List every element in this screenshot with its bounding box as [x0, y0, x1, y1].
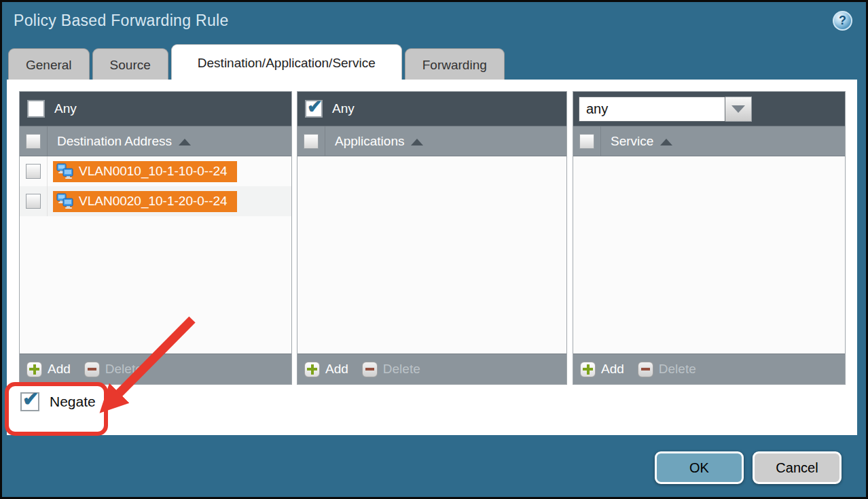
cancel-button[interactable]: Cancel [753, 451, 842, 484]
applications-any-bar: Any [297, 92, 566, 126]
service-dropdown: any [579, 97, 752, 122]
list-item[interactable]: VLAN0020_10-1-20-0--24 [20, 186, 291, 216]
service-section: any Service Add [573, 91, 846, 385]
address-object-name: VLAN0020_10-1-20-0--24 [79, 194, 228, 209]
destination-select-all-checkbox[interactable] [26, 134, 41, 149]
sort-ascending-icon [179, 139, 191, 145]
tab-content-panel: Any Destination Address [7, 80, 857, 435]
destination-any-bar: Any [20, 92, 291, 126]
tab-destination-application-service[interactable]: Destination/Application/Service [171, 44, 402, 82]
address-object-chip[interactable]: VLAN0020_10-1-20-0--24 [53, 191, 237, 212]
row-checkbox-cell [20, 156, 48, 186]
minus-icon [84, 362, 100, 377]
destination-address-section: Any Destination Address [19, 91, 292, 385]
sort-ascending-icon [411, 139, 423, 145]
row-checkbox[interactable] [26, 164, 41, 179]
service-dropdown-bar: any [573, 92, 845, 126]
network-address-icon [56, 193, 74, 209]
tab-source[interactable]: Source [92, 48, 168, 82]
delete-label: Delete [105, 362, 143, 377]
add-service-button[interactable]: Add [580, 362, 624, 377]
applications-any-label: Any [332, 101, 355, 116]
negate-checkbox[interactable] [20, 392, 39, 411]
applications-toolbar: Add Delete [297, 354, 566, 384]
service-column-header[interactable]: Service [573, 126, 845, 156]
help-icon[interactable]: ? [833, 11, 852, 31]
minus-icon [362, 362, 378, 377]
add-label: Add [48, 362, 71, 377]
applications-list [297, 156, 566, 354]
negate-label: Negate [50, 394, 96, 410]
row-checkbox-cell [20, 186, 48, 216]
delete-label: Delete [383, 362, 420, 377]
delete-application-button[interactable]: Delete [362, 362, 420, 377]
applications-select-all-checkbox[interactable] [304, 134, 319, 149]
applications-any-checkbox[interactable] [305, 100, 323, 118]
service-dropdown-value[interactable]: any [579, 97, 725, 122]
service-select-all-checkbox[interactable] [579, 134, 594, 149]
add-destination-button[interactable]: Add [26, 362, 71, 377]
plus-icon [304, 362, 320, 377]
sort-ascending-icon [660, 139, 672, 145]
destination-any-checkbox[interactable] [27, 100, 45, 118]
delete-label: Delete [659, 362, 696, 377]
plus-icon [580, 362, 596, 377]
row-checkbox[interactable] [26, 194, 41, 209]
minus-icon [638, 362, 653, 377]
applications-header-label: Applications [335, 134, 404, 149]
plus-icon [26, 362, 42, 377]
address-object-chip[interactable]: VLAN0010_10-1-10-0--24 [53, 161, 237, 182]
applications-section: Any Applications Add Delete [297, 91, 567, 385]
delete-destination-button[interactable]: Delete [84, 362, 143, 377]
chevron-down-icon [731, 105, 745, 113]
select-all-cell [20, 126, 48, 156]
destination-address-column-header[interactable]: Destination Address [20, 126, 291, 156]
negate-row: Negate [20, 392, 96, 411]
select-all-cell [297, 126, 325, 156]
dialog-title: Policy Based Forwarding Rule [14, 12, 229, 30]
dropdown-arrow-button[interactable] [725, 97, 752, 122]
service-toolbar: Add Delete [573, 354, 845, 384]
service-list [573, 156, 845, 354]
tab-bar: General Source Destination/Application/S… [8, 44, 505, 82]
add-application-button[interactable]: Add [304, 362, 348, 377]
applications-column-header[interactable]: Applications [297, 126, 566, 156]
tab-general[interactable]: General [8, 48, 90, 82]
address-object-name: VLAN0010_10-1-10-0--24 [79, 164, 228, 179]
pbf-rule-dialog: Policy Based Forwarding Rule ? General S… [0, 0, 868, 499]
service-header-label: Service [611, 134, 653, 149]
network-address-icon [56, 163, 74, 179]
destination-address-list: VLAN0010_10-1-10-0--24 [20, 156, 291, 354]
select-all-cell [573, 126, 601, 156]
tab-forwarding[interactable]: Forwarding [405, 48, 505, 82]
destination-toolbar: Add Delete [20, 354, 291, 384]
list-item[interactable]: VLAN0010_10-1-10-0--24 [20, 156, 291, 186]
destination-any-label: Any [54, 101, 77, 116]
add-label: Add [601, 362, 624, 377]
add-label: Add [325, 362, 348, 377]
ok-button[interactable]: OK [655, 451, 744, 484]
delete-service-button[interactable]: Delete [638, 362, 696, 377]
destination-address-header-label: Destination Address [57, 134, 172, 149]
